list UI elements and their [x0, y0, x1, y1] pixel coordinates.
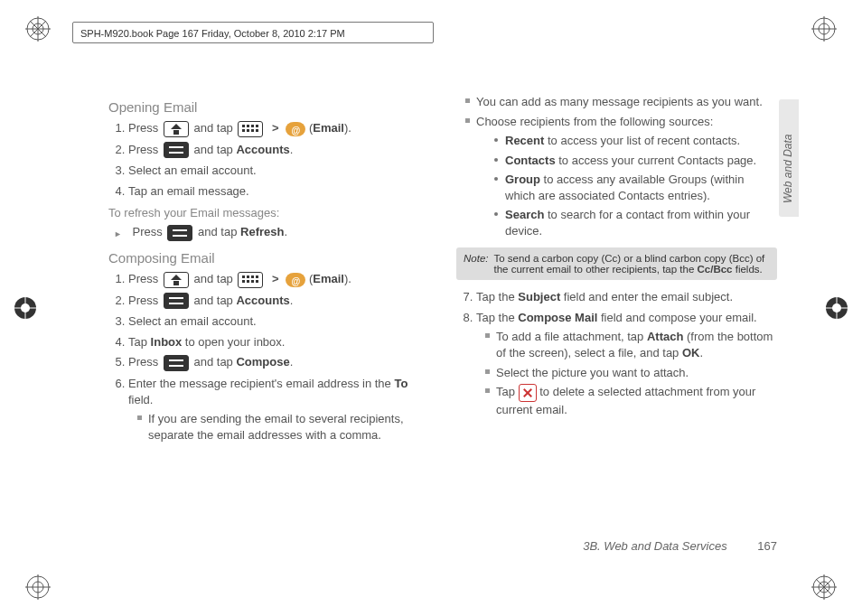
section-tab: Web and Data: [779, 99, 799, 217]
registration-mark-icon: [811, 16, 837, 42]
note-body: To send a carbon copy (Cc) or a blind ca…: [494, 253, 771, 275]
step: Press and tap > (Email).: [128, 120, 429, 137]
refresh-step: Press and tap Refresh.: [114, 225, 429, 241]
step: Tap an email message.: [128, 183, 429, 200]
source-item: Recent to access your list of recent con…: [494, 133, 777, 149]
substep: If you are sending the email to several …: [137, 411, 429, 443]
right-column: You can add as many message recipients a…: [456, 90, 777, 450]
registration-mark-icon: [25, 574, 51, 600]
email-app-icon: [286, 122, 305, 136]
step: Press and tap > (Email).: [128, 271, 429, 288]
apps-grid-icon: [238, 272, 263, 288]
substep: To add a file attachment, tap Attach (fr…: [485, 329, 777, 360]
composing-steps-continued: Tap the Subject field and enter the emai…: [456, 289, 777, 417]
substep: Tap to delete a selected attachment from…: [485, 384, 777, 418]
section-tab-label: Web and Data: [782, 135, 794, 204]
step: Tap the Subject field and enter the emai…: [476, 289, 777, 305]
step: Tap the Compose Mail field and compose y…: [476, 310, 777, 418]
menu-key-icon: [167, 225, 192, 241]
step: Press and tap Accounts.: [128, 293, 429, 310]
opening-steps: Press and tap > (Email). Press and tap A…: [108, 120, 429, 199]
home-key-icon: [164, 121, 189, 137]
email-app-icon: [286, 273, 305, 287]
heading-composing-email: Composing Email: [108, 250, 429, 266]
composing-steps: Press and tap > (Email). Press and tap A…: [108, 271, 429, 443]
substep: Select the picture you want to attach.: [485, 365, 777, 381]
menu-key-icon: [164, 293, 189, 309]
note-box: Note: To send a carbon copy (Cc) or a bl…: [456, 247, 777, 280]
page-footer: 3B. Web and Data Services 167: [452, 539, 777, 553]
registration-mark-icon: [25, 16, 51, 42]
substep: Choose recipients from the following sou…: [465, 114, 777, 239]
step: Press and tap Accounts.: [128, 142, 429, 159]
menu-key-icon: [164, 142, 189, 158]
step: Tap Inbox to open your inbox.: [128, 334, 429, 350]
subheading-refresh: To refresh your Email messages:: [108, 206, 429, 219]
source-item: Search to search for a contact from with…: [494, 207, 777, 238]
note-label: Note:: [464, 253, 489, 275]
step: Press and tap Compose.: [128, 354, 429, 371]
page-content: Opening Email Press and tap > (Email). P…: [108, 90, 777, 450]
footer-page-number: 167: [757, 539, 777, 553]
apps-grid-icon: [238, 121, 263, 137]
left-column: Opening Email Press and tap > (Email). P…: [108, 90, 429, 450]
home-key-icon: [164, 272, 189, 288]
source-item: Group to access any available Groups (wi…: [494, 172, 777, 203]
delete-attachment-icon: [519, 384, 537, 402]
menu-key-icon: [164, 355, 189, 371]
footer-section: 3B. Web and Data Services: [583, 539, 726, 553]
registration-mark-icon: [824, 295, 849, 321]
page-header-meta: SPH-M920.book Page 167 Friday, October 8…: [72, 22, 434, 43]
source-item: Contacts to access your current Contacts…: [494, 153, 777, 169]
step: Select an email account.: [128, 163, 429, 179]
registration-mark-icon: [811, 574, 837, 600]
step: Select an email account.: [128, 313, 429, 330]
step: Enter the message recipient's email addr…: [128, 376, 429, 443]
substep: You can add as many message recipients a…: [465, 94, 777, 110]
heading-opening-email: Opening Email: [108, 99, 429, 115]
registration-mark-icon: [13, 295, 38, 321]
